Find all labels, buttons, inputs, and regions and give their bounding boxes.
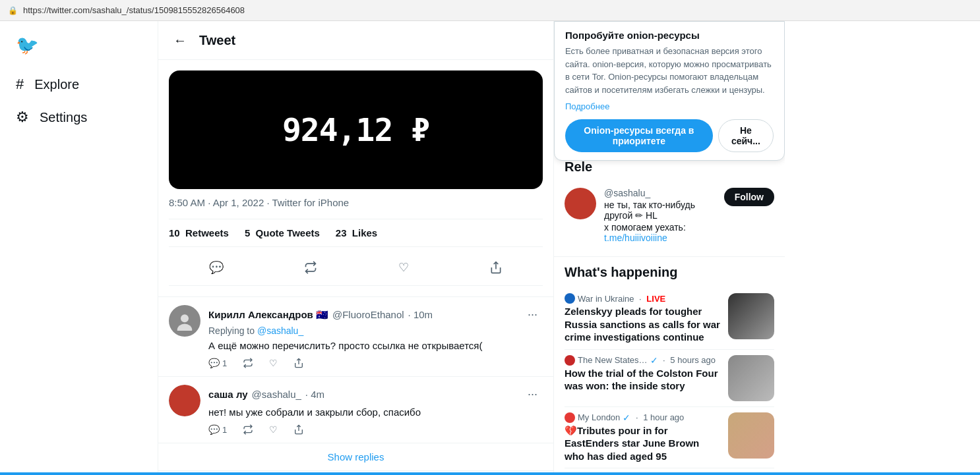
sidebar: 🐦 # Explore ⚙ Settings (0, 21, 158, 475)
newstates-source-icon (565, 355, 575, 366)
wh-item-ukraine-text: War in Ukraine · LIVE Zelenskyy pleads f… (565, 293, 720, 344)
reply-1-author: Кирилл Александров 🇦🇺 @FluoroEthanol · 1… (208, 309, 433, 321)
wh-ukraine-meta: War in Ukraine · LIVE (565, 293, 720, 304)
newstates-verified: ✓ (650, 355, 658, 366)
reply-1-reply-btn[interactable]: 💬 1 (208, 358, 227, 368)
reply-2-text: нет! мы уже собрали и закрыли сбор, спас… (208, 405, 543, 419)
url-text: https://twitter.com/sashalu_/status/1509… (23, 5, 245, 15)
reply-2-author: саша лу @sashalu_ · 4m (208, 389, 324, 400)
onion-secondary-button[interactable]: Не сейч... (718, 119, 774, 152)
related-section-title: Rele (565, 159, 774, 175)
tweet-header: ← Tweet (158, 21, 553, 60)
reply-2-top: саша лу @sashalu_ · 4m ··· (208, 385, 543, 404)
related-section: Rele @sashalu_ не ты, так кто-нибудь дру… (554, 152, 785, 256)
tweet-image: 924,12 ₽ (169, 70, 543, 189)
june-headline: 💔Tributes pour in for EastEnders star Ju… (565, 424, 720, 463)
like-icon-2: ♡ (269, 424, 278, 435)
related-account-text2: х помогаем уехать: t.me/huiiivoiiine (604, 222, 716, 243)
back-button[interactable]: ← (169, 29, 191, 51)
reply-1-replying-to-link[interactable]: @sashalu_ (257, 325, 303, 336)
wh-item-colston-text: The New States… ✓ · 5 hours ago How the … (565, 355, 720, 393)
sidebar-item-settings[interactable]: ⚙ Settings (8, 102, 150, 132)
ukraine-source-icon (565, 293, 575, 304)
reply-tweet-2: саша лу @sashalu_ · 4m ··· нет! мы уже с… (158, 377, 553, 443)
tweet-image-text: 924,12 ₽ (282, 111, 429, 148)
onion-popup: Попробуйте onion-ресурсы Есть более прив… (554, 21, 785, 161)
related-account-avatar (565, 188, 596, 219)
reply-1-more-button[interactable]: ··· (522, 305, 543, 324)
reply-2-time: · 4m (305, 389, 324, 400)
explore-icon: # (16, 76, 24, 93)
onion-primary-button[interactable]: Onion-ресурсы всегда в приоритете (565, 119, 713, 152)
twitter-logo[interactable]: 🐦 (8, 29, 150, 61)
reply-action-button[interactable]: 💬 (204, 255, 229, 280)
address-bar: 🔒 https://twitter.com/sashalu_/status/15… (0, 0, 980, 21)
reply-1-retweet-btn[interactable] (243, 358, 253, 368)
follow-button[interactable]: Follow (724, 188, 774, 206)
reply-2-like-btn[interactable]: ♡ (269, 424, 278, 435)
reply-1-actions: 💬 1 ♡ (208, 358, 543, 368)
retweets-stat[interactable]: 10 Retweets (169, 227, 229, 238)
svg-point-1 (177, 324, 193, 331)
wh-june-meta: My London ✓ · 1 hour ago (565, 412, 720, 423)
likes-stat[interactable]: 23 Likes (336, 227, 377, 238)
tweet-header-title: Tweet (199, 33, 235, 48)
quote-tweets-stat[interactable]: 5 Quote Tweets (245, 227, 320, 238)
ukraine-image (728, 293, 774, 339)
reply-2-more-button[interactable]: ··· (522, 385, 543, 404)
onion-popup-text: Есть более приватная и безопасная версия… (565, 45, 774, 96)
avatar-sasha (169, 385, 200, 416)
reply-2-author-handle: @sashalu_ (252, 389, 301, 400)
reply-2-actions: 💬 1 ♡ (208, 424, 543, 435)
related-account-link[interactable]: t.me/huiiivoiiine (604, 233, 667, 243)
reply-1-author-name: Кирилл Александров 🇦🇺 (208, 309, 328, 321)
reply-2-share-btn[interactable] (293, 424, 304, 435)
tweet-stats: 10 Retweets 5 Quote Tweets 23 Likes (169, 219, 543, 247)
mylondon-verified: ✓ (623, 412, 630, 423)
wh-colston-meta: The New States… ✓ · 5 hours ago (565, 355, 720, 366)
onion-popup-link[interactable]: Подробнее (565, 101, 774, 111)
sidebar-item-settings-label: Settings (40, 110, 87, 125)
sidebar-item-explore-label: Explore (34, 77, 79, 92)
settings-icon: ⚙ (16, 109, 29, 126)
wh-item-june[interactable]: My London ✓ · 1 hour ago 💔Tributes pour … (565, 407, 774, 469)
right-sidebar: Попробуйте onion-ресурсы Есть более прив… (554, 21, 785, 475)
reply-2-reply-btn[interactable]: 💬 1 (208, 424, 227, 435)
reply-icon: 💬 (208, 358, 220, 368)
ukraine-headline: Zelenskyy pleads for tougher Russia sanc… (565, 305, 720, 344)
reply-1-time: · 10m (408, 309, 433, 320)
newstates-time: 5 hours ago (670, 355, 716, 365)
share-action-button[interactable] (484, 255, 508, 280)
svg-point-0 (181, 314, 189, 322)
whats-happening-section: What's happening War in Ukraine · LIVE Z… (554, 256, 785, 475)
mylondon-source-icon (565, 412, 575, 423)
wh-item-ukraine[interactable]: War in Ukraine · LIVE Zelenskyy pleads f… (565, 288, 774, 350)
reply-2-reply-count: 1 (222, 425, 227, 435)
related-account: @sashalu_ не ты, так кто-нибудь другой ✏… (565, 182, 774, 248)
reply-1-content: Кирилл Александров 🇦🇺 @FluoroEthanol · 1… (208, 305, 543, 368)
reply-2-author-name: саша лу (208, 389, 248, 400)
sidebar-item-explore[interactable]: # Explore (8, 69, 150, 99)
reply-2-content: саша лу @sashalu_ · 4m ··· нет! мы уже с… (208, 385, 543, 435)
reply-1-like-btn[interactable]: ♡ (269, 358, 278, 368)
retweet-action-button[interactable] (299, 255, 322, 280)
mylondon-source-name: My London (578, 412, 620, 422)
tweet-body: 924,12 ₽ 8:50 AM · Apr 1, 2022 · Twitter… (158, 60, 553, 297)
reply-2-retweet-btn[interactable] (243, 424, 253, 435)
reply-tweet-1: Кирилл Александров 🇦🇺 @FluoroEthanol · 1… (158, 297, 553, 377)
reply-1-reply-count: 1 (222, 358, 227, 368)
reply-1-replying-to: Replying to @sashalu_ (208, 325, 543, 336)
reply-1-author-handle: @FluoroEthanol (332, 309, 404, 320)
wh-item-colston[interactable]: The New States… ✓ · 5 hours ago How the … (565, 350, 774, 407)
like-icon: ♡ (269, 358, 278, 368)
newstates-source-name: The New States… (578, 355, 648, 365)
reply-1-top: Кирилл Александров 🇦🇺 @FluoroEthanol · 1… (208, 305, 543, 324)
main-content: ← Tweet 924,12 ₽ 8:50 AM · Apr 1, 2022 ·… (158, 21, 554, 475)
june-image (728, 412, 774, 459)
lock-icon: 🔒 (8, 6, 18, 15)
onion-popup-title: Попробуйте onion-ресурсы (565, 30, 774, 41)
like-action-button[interactable]: ♡ (393, 255, 414, 280)
reply-1-share-btn[interactable] (293, 358, 304, 368)
colston-image (728, 355, 774, 401)
show-replies-button[interactable]: Show replies (158, 443, 553, 471)
